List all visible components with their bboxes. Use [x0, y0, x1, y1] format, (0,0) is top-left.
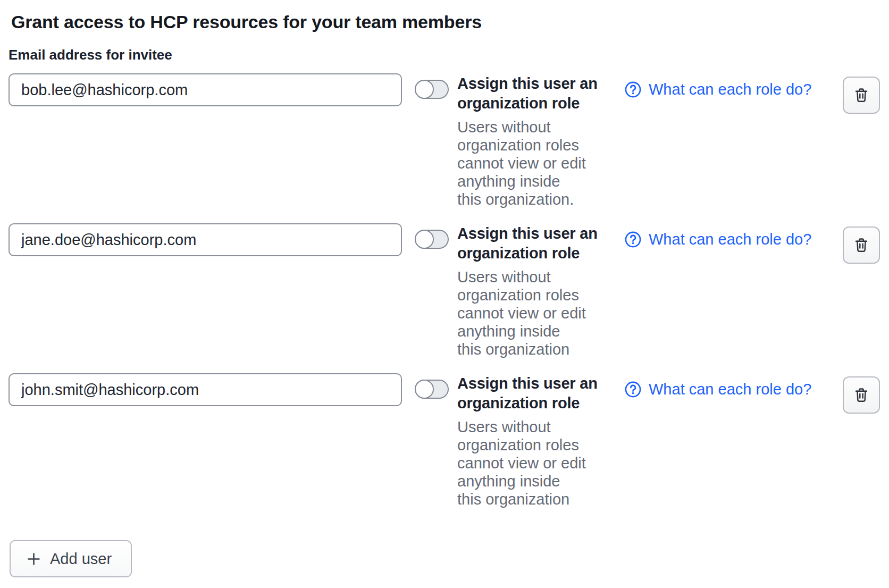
organization-role-toggle[interactable] [415, 80, 449, 99]
add-user-row: Add user [10, 540, 880, 577]
delete-invitee-button[interactable] [843, 226, 880, 264]
role-help-link[interactable]: What can each role do? [624, 230, 811, 248]
role-text-column: Assign this user an organization role Us… [457, 224, 607, 358]
email-input[interactable] [9, 373, 402, 406]
trash-icon [853, 387, 870, 404]
role-toggle-label: Assign this user an organization role [457, 74, 603, 113]
role-description: Users without organization roles cannot … [457, 418, 586, 508]
add-user-button[interactable]: Add user [10, 540, 132, 577]
delete-invitee-button[interactable] [843, 77, 880, 114]
toggle-knob [415, 380, 434, 399]
role-help-link[interactable]: What can each role do? [624, 380, 811, 398]
delete-invitee-button[interactable] [843, 376, 880, 414]
invitee-row: Assign this user an organization role Us… [9, 223, 880, 358]
role-toggle-label: Assign this user an organization role [457, 224, 603, 263]
role-description: Users without organization roles cannot … [457, 268, 586, 358]
role-toggle-label: Assign this user an organization role [457, 374, 603, 413]
circle-question-icon [624, 81, 642, 98]
page-title: Grant access to HCP resources for your t… [11, 11, 880, 33]
role-help-link-label: What can each role do? [649, 230, 811, 248]
email-input[interactable] [9, 223, 402, 256]
toggle-knob [415, 230, 434, 249]
trash-icon [853, 237, 870, 254]
role-help-link-label: What can each role do? [649, 380, 811, 398]
invitee-row: Assign this user an organization role Us… [9, 73, 880, 208]
role-help-link[interactable]: What can each role do? [624, 80, 811, 98]
add-user-button-label: Add user [50, 550, 112, 568]
organization-role-toggle[interactable] [415, 230, 449, 249]
role-help-link-label: What can each role do? [649, 80, 811, 98]
invitee-row: Assign this user an organization role Us… [9, 373, 880, 508]
trash-icon [853, 87, 870, 104]
email-input[interactable] [9, 73, 402, 106]
circle-question-icon [624, 231, 642, 248]
role-text-column: Assign this user an organization role Us… [457, 374, 607, 508]
toggle-knob [415, 80, 434, 99]
role-text-column: Assign this user an organization role Us… [457, 74, 607, 208]
role-description: Users without organization roles cannot … [457, 118, 586, 208]
grant-access-form: Grant access to HCP resources for your t… [0, 0, 889, 577]
email-field-label: Email address for invitee [9, 46, 880, 64]
circle-question-icon [624, 381, 642, 398]
organization-role-toggle[interactable] [415, 380, 449, 399]
plus-icon [27, 552, 41, 566]
